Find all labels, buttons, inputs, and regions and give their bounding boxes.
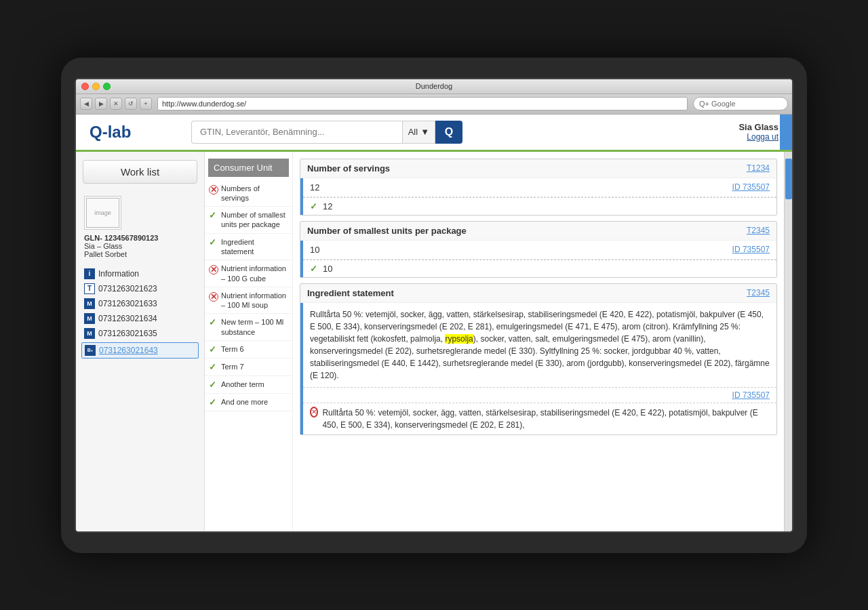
checklist-item-5[interactable]: ✕ Nutrient information – 100 Ml soup xyxy=(205,287,292,314)
close-button[interactable] xyxy=(81,83,89,90)
info-label: Information xyxy=(98,269,139,279)
checklist-item-2[interactable]: ✓ Number of smallest units per package xyxy=(205,207,292,234)
highlighted-word: rypsolja xyxy=(445,334,473,344)
product-card: image GLN- 1234567890123 Sia – Glass Pal… xyxy=(76,190,204,266)
logout-link[interactable]: Logga ut xyxy=(738,132,778,142)
app-logo: Q-lab xyxy=(90,123,191,142)
app-body: Work list image GLN- 1234567890123 Sia –… xyxy=(76,152,792,531)
item-label-2: Number of smallest units per package xyxy=(221,210,288,230)
checklist-item-1[interactable]: ✕ Numbers of servings xyxy=(205,180,292,207)
b-id: 0731263021643 xyxy=(99,346,158,355)
b-badge-row-active[interactable]: B+ 0731263021643 xyxy=(81,342,199,359)
consumer-unit-header: Consumer Unit xyxy=(208,159,289,177)
user-name: Sia Glass xyxy=(738,122,778,132)
item-label-9: Another term xyxy=(221,380,264,389)
t-badge-icon: T xyxy=(84,283,95,294)
checklist-item-10[interactable]: ✓ And one more xyxy=(205,394,292,411)
checklist-item-6[interactable]: ✓ New term – 100 Ml substance xyxy=(205,314,292,341)
browser-search[interactable]: Q+ Google xyxy=(693,97,788,110)
check-icon-6: ✓ xyxy=(209,317,218,327)
x-circle-icon: ✕ xyxy=(310,407,318,418)
check-icon-8: ✓ xyxy=(209,362,218,372)
serving-value-row-2: ✓ 12 xyxy=(303,197,776,215)
ingredient-text-1: Rulltårta 50 %: vetemjöl, socker, ägg, v… xyxy=(303,303,776,387)
worklist-label: Work list xyxy=(121,166,159,178)
m-id-2: 0731263021634 xyxy=(98,314,157,323)
product-gln: GLN- 1234567890123 xyxy=(84,234,196,242)
close-tab-button[interactable]: ✕ xyxy=(110,98,122,110)
checklist-item-3[interactable]: ✓ Ingredient statement xyxy=(205,234,292,261)
check-icon-10: ✓ xyxy=(209,397,218,407)
minimize-button[interactable] xyxy=(92,83,100,90)
sidebar: Work list image GLN- 1234567890123 Sia –… xyxy=(76,152,205,531)
forward-button[interactable]: ▶ xyxy=(95,98,107,110)
user-area: Sia Glass Logga ut xyxy=(738,122,778,142)
item-label-3: Ingredient statement xyxy=(221,237,288,257)
maximize-button[interactable] xyxy=(103,83,111,90)
window-chrome: Dunderdog xyxy=(76,79,792,94)
servings-header: Number of servings T1234 xyxy=(300,159,776,178)
smallest-units-title: Number of smallest units per package xyxy=(307,226,467,236)
ingredient-id-row: ID 735507 xyxy=(303,387,776,403)
search-filter-dropdown[interactable]: All ▼ xyxy=(402,121,435,144)
worklist-header[interactable]: Work list xyxy=(83,160,197,184)
reload-button[interactable]: ↺ xyxy=(125,98,137,110)
info-row: i Information xyxy=(76,266,204,281)
scrollbar-thumb[interactable] xyxy=(785,159,792,199)
checklist-item-7[interactable]: ✓ Term 6 xyxy=(205,341,292,359)
blue-border-accent xyxy=(780,115,792,150)
units-id-1[interactable]: ID 735507 xyxy=(732,245,770,254)
item-label-5: Nutrient information – 100 Ml soup xyxy=(221,291,288,310)
serving-value-1: 12 xyxy=(310,182,319,192)
app-header: Q-lab All ▼ Q Sia Glass Logga ut xyxy=(76,115,792,152)
url-bar[interactable]: http://www.dunderdog.se/ xyxy=(157,97,688,110)
ingredient-title: Ingredient statement xyxy=(307,288,394,298)
window-title: Dunderdog xyxy=(416,82,452,90)
scrollbar[interactable] xyxy=(784,152,792,531)
serving-id-1[interactable]: ID 735507 xyxy=(732,182,770,192)
ingredient-ref[interactable]: T2345 xyxy=(747,288,770,298)
m-badge-row-2[interactable]: M 0731263021634 xyxy=(76,311,204,326)
smallest-units-section: Number of smallest units per package T23… xyxy=(300,221,777,278)
smallest-units-body: 10 ID 735507 ✓ 10 xyxy=(300,241,776,277)
detail-panel: Number of servings T1234 12 ID 735 xyxy=(293,152,784,531)
back-button[interactable]: ◀ xyxy=(80,98,92,110)
smallest-units-header: Number of smallest units per package T23… xyxy=(300,222,776,241)
m-badge-icon-1: M xyxy=(84,298,95,309)
m-id-1: 0731263021633 xyxy=(98,299,157,308)
item-label-7: Term 6 xyxy=(221,344,244,354)
product-name: Sia – Glass xyxy=(84,242,196,250)
serving-check: ✓ xyxy=(310,201,317,211)
t-badge-row[interactable]: T 0731263021623 xyxy=(76,281,204,296)
item-label-4: Nutrient information – 100 G cube xyxy=(221,264,288,283)
units-value-2: 10 xyxy=(323,264,332,274)
ingredient-text-2: Rulltårta 50 %: vetemjöl, socker, ägg, v… xyxy=(322,407,770,431)
b-badge-icon: B+ xyxy=(85,345,96,356)
t-id: 0731263021623 xyxy=(98,284,157,293)
check-icon-2: ✓ xyxy=(209,210,218,220)
checklist-item-8[interactable]: ✓ Term 7 xyxy=(205,359,292,376)
servings-ref[interactable]: T1234 xyxy=(747,163,770,173)
traffic-lights xyxy=(81,83,111,90)
checklist-item-4[interactable]: ✕ Nutrient information – 100 G cube xyxy=(205,260,292,287)
item-label-10: And one more xyxy=(221,397,268,407)
new-tab-button[interactable]: + xyxy=(140,98,152,110)
check-icon-7: ✓ xyxy=(209,344,218,354)
smallest-units-ref[interactable]: T2345 xyxy=(747,226,770,235)
search-button[interactable]: Q xyxy=(435,121,462,144)
ingredient-id[interactable]: ID 735507 xyxy=(732,390,770,400)
browser-toolbar: ◀ ▶ ✕ ↺ + http://www.dunderdog.se/ Q+ Go… xyxy=(76,94,792,115)
browser-search-text: Q+ Google xyxy=(699,100,736,108)
url-text: http://www.dunderdog.se/ xyxy=(162,100,246,108)
items-panel: Consumer Unit ✕ Numbers of servings ✓ Nu… xyxy=(205,152,293,531)
main-search-input[interactable] xyxy=(191,121,402,144)
m-id-3: 0731263021635 xyxy=(98,329,157,338)
item-label-1: Numbers of servings xyxy=(221,184,288,203)
checklist-item-9[interactable]: ✓ Another term xyxy=(205,376,292,394)
servings-title: Number of servings xyxy=(307,163,390,174)
m-badge-row-3[interactable]: M 0731263021635 xyxy=(76,326,204,341)
info-badge-icon: i xyxy=(84,268,95,279)
m-badge-row-1[interactable]: M 0731263021633 xyxy=(76,296,204,311)
product-image: image xyxy=(84,196,121,230)
product-variant: Pallet Sorbet xyxy=(84,250,196,258)
